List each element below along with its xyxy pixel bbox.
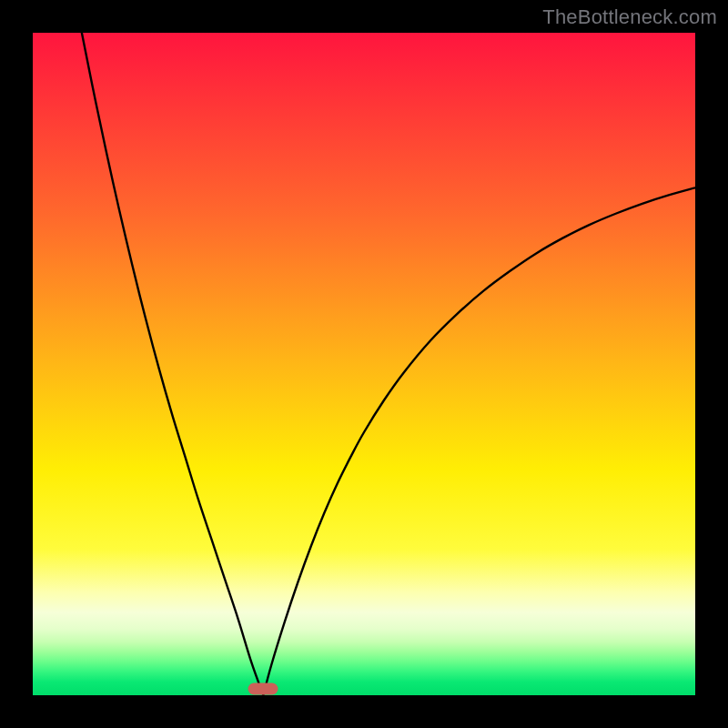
bottleneck-curve: [33, 33, 695, 695]
chart-plot-area: [33, 33, 695, 695]
watermark-text: TheBottleneck.com: [542, 5, 717, 29]
optimum-marker: [248, 683, 278, 695]
chart-frame: TheBottleneck.com: [0, 0, 728, 728]
curve-path: [82, 33, 695, 695]
